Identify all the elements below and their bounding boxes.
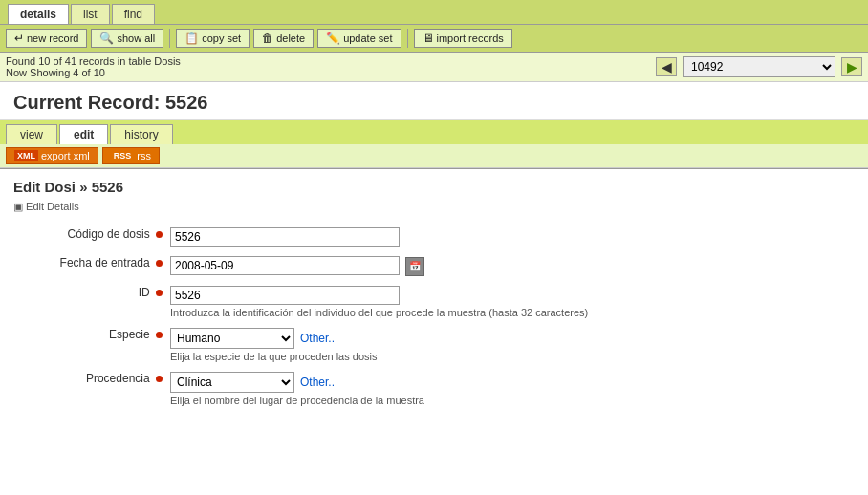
table-row: Especie Humano Animal Otro Other.. Elija…: [13, 323, 855, 367]
table-row: Procedencia Clínica Hospital Otro Other.…: [13, 367, 855, 411]
required-indicator: [156, 290, 163, 296]
table-row: Código de dosis: [13, 223, 855, 251]
procedencia-other-link[interactable]: Other..: [300, 376, 335, 389]
field-label-id: ID: [13, 281, 166, 323]
import-records-icon: 🖥: [423, 32, 434, 45]
update-set-button[interactable]: ✏️ update set: [317, 29, 401, 48]
show-all-icon: 🔍: [99, 32, 114, 45]
nav-go-button[interactable]: ▶: [841, 57, 862, 76]
field-input-codigo: [166, 223, 855, 251]
nav-info: Found 10 of 41 records in table Dosis No…: [6, 55, 650, 78]
secondary-tabs: view edit history: [0, 120, 868, 144]
procedencia-select[interactable]: Clínica Hospital Otro: [170, 372, 294, 393]
minus-icon: ▣: [13, 201, 23, 212]
required-indicator: [156, 231, 163, 238]
edit-details-header[interactable]: ▣ Edit Details: [13, 201, 855, 213]
codigo-de-dosis-input[interactable]: [170, 227, 400, 247]
copy-set-icon: 📋: [184, 32, 199, 45]
field-label-fecha: Fecha de entrada: [13, 251, 166, 281]
id-field-input[interactable]: [170, 286, 400, 305]
copy-set-button[interactable]: 📋 copy set: [176, 29, 250, 48]
tab-view[interactable]: view: [6, 124, 57, 144]
form-table: Código de dosis Fecha de entrada 📅 ID: [13, 223, 855, 411]
xml-icon: XML: [14, 150, 38, 161]
tertiary-tabs: XML export xml RSS rss: [0, 144, 868, 168]
field-input-id: Introduzca la identificación del individ…: [166, 281, 855, 323]
especie-help: Elija la especie de la que proceden las …: [170, 351, 851, 362]
export-xml-button[interactable]: XML export xml: [6, 147, 98, 164]
toolbar: ↵ new record 🔍 show all 📋 copy set 🗑 del…: [0, 25, 868, 53]
required-indicator: [156, 332, 163, 338]
required-indicator: [156, 376, 163, 382]
new-record-button[interactable]: ↵ new record: [6, 29, 87, 48]
delete-button[interactable]: 🗑 delete: [253, 29, 314, 48]
field-label-codigo: Código de dosis: [13, 223, 166, 251]
table-row: Fecha de entrada 📅: [13, 251, 855, 281]
table-row: ID Introduzca la identificación del indi…: [13, 281, 855, 323]
show-all-button[interactable]: 🔍 show all: [91, 29, 163, 48]
tab-find[interactable]: find: [112, 4, 155, 24]
toolbar-separator: [169, 29, 170, 48]
tab-history[interactable]: history: [110, 124, 172, 144]
calendar-icon[interactable]: 📅: [405, 257, 424, 276]
update-set-icon: ✏️: [326, 32, 340, 45]
record-title: Current Record: 5526: [0, 82, 868, 120]
field-label-especie: Especie: [13, 323, 166, 367]
new-record-icon: ↵: [14, 32, 24, 45]
especie-other-link[interactable]: Other..: [300, 332, 335, 345]
field-input-especie: Humano Animal Otro Other.. Elija la espe…: [166, 323, 855, 367]
especie-select[interactable]: Humano Animal Otro: [170, 328, 294, 349]
secondary-tabs-container: view edit history XML export xml RSS rss: [0, 120, 868, 169]
procedencia-help: Elija el nombre del lugar de procedencia…: [170, 395, 851, 406]
especie-select-wrapper: Humano Animal Otro Other..: [170, 328, 335, 349]
record-select[interactable]: 10492: [683, 56, 835, 77]
tab-details[interactable]: details: [8, 4, 69, 24]
tab-list[interactable]: list: [71, 4, 110, 24]
nav-bar: Found 10 of 41 records in table Dosis No…: [0, 53, 868, 82]
delete-icon: 🗑: [262, 32, 273, 45]
rss-button[interactable]: RSS rss: [102, 147, 160, 164]
import-records-button[interactable]: 🖥 import records: [414, 29, 512, 48]
edit-title: Edit Dosi » 5526: [13, 179, 855, 195]
id-field-help: Introduzca la identificación del individ…: [170, 307, 851, 318]
showing-text: Now Showing 4 of 10: [6, 67, 650, 78]
rss-icon: RSS: [111, 150, 135, 161]
tab-edit[interactable]: edit: [59, 124, 108, 144]
procedencia-select-wrapper: Clínica Hospital Otro Other..: [170, 372, 335, 393]
field-label-procedencia: Procedencia: [13, 367, 166, 411]
found-text: Found 10 of 41 records in table Dosis: [6, 55, 650, 67]
fecha-de-entrada-input[interactable]: [170, 256, 400, 275]
field-input-procedencia: Clínica Hospital Otro Other.. Elija el n…: [166, 367, 855, 411]
edit-section: Edit Dosi » 5526 ▣ Edit Details Código d…: [0, 169, 868, 420]
field-input-fecha: 📅: [166, 251, 855, 281]
nav-prev-button[interactable]: ◀: [656, 57, 677, 76]
toolbar-separator-2: [407, 29, 408, 48]
required-indicator: [156, 260, 163, 267]
top-tabs: details list find: [0, 0, 868, 25]
